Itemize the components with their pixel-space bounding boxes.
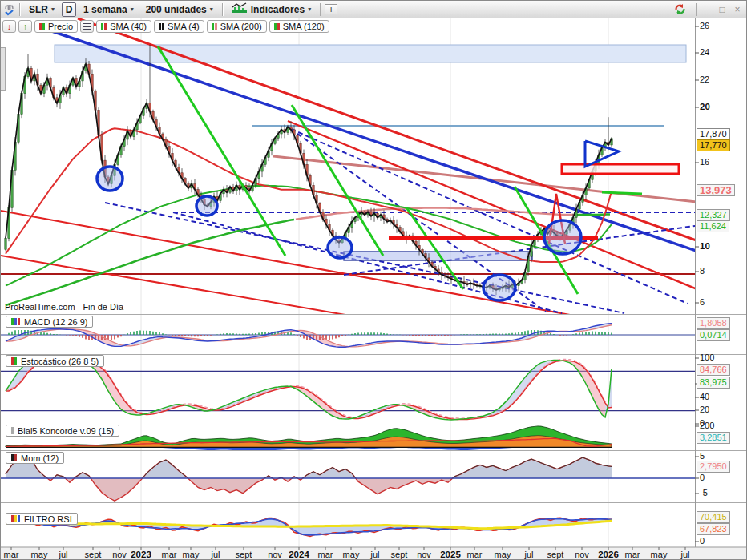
icon-bar bbox=[11, 515, 14, 522]
icon-bar bbox=[42, 23, 45, 30]
divider bbox=[320, 3, 321, 16]
sma120-label: SMA (120) bbox=[283, 22, 325, 31]
info-button[interactable]: i bbox=[325, 4, 337, 14]
momentum-icon bbox=[11, 454, 17, 461]
sma120-icon bbox=[274, 23, 280, 30]
refresh-button[interactable] bbox=[668, 2, 692, 17]
chevron-down-icon: ▾ bbox=[308, 6, 311, 13]
refresh-icon bbox=[673, 3, 687, 15]
macd-label-chip[interactable]: MACD (12 26 9) bbox=[6, 316, 93, 328]
chart-canvas[interactable] bbox=[1, 1, 747, 560]
panel-title: MACD (12 26 9) bbox=[24, 317, 87, 327]
icon-bar bbox=[39, 23, 42, 30]
icon-bar bbox=[277, 23, 280, 30]
icon-bar bbox=[11, 318, 14, 325]
icon-bar bbox=[18, 515, 20, 522]
drawing-tools-icon[interactable] bbox=[3, 2, 15, 17]
import-up-button[interactable]: ↑ bbox=[18, 20, 32, 33]
icon-bar bbox=[11, 427, 14, 434]
panel-title: Mom (12) bbox=[21, 453, 59, 463]
indicators-icon bbox=[232, 2, 248, 16]
momentum-label-chip[interactable]: Mom (12) bbox=[6, 452, 64, 464]
icon-bar bbox=[11, 454, 14, 461]
stochastic-label-chip[interactable]: Estocástico (26 8 5) bbox=[6, 355, 104, 367]
maximize-button[interactable]: □ bbox=[716, 2, 729, 18]
icon-bar bbox=[159, 23, 161, 30]
panel-title: Blai5 Koncorde v.09 (15) bbox=[18, 426, 114, 436]
info-label: i bbox=[330, 5, 332, 14]
icon-bar bbox=[14, 454, 17, 461]
timeframe-label: 1 semana bbox=[83, 4, 127, 15]
units-label: 200 unidades bbox=[146, 4, 207, 15]
sma120-legend-chip[interactable]: SMA (120) bbox=[269, 20, 329, 33]
divider bbox=[19, 3, 20, 16]
filtro-rsi-icon bbox=[11, 515, 20, 522]
sma40-icon bbox=[101, 23, 107, 30]
daily-view-label: D bbox=[66, 4, 73, 15]
indicators-menu[interactable]: Indicadores ▾ bbox=[227, 2, 316, 17]
macd-icon bbox=[11, 318, 20, 325]
koncorde-icon bbox=[11, 427, 14, 434]
chevron-down-icon: ▾ bbox=[51, 6, 55, 13]
panel-title: Estocástico (26 8 5) bbox=[21, 357, 99, 366]
symbol-selector[interactable]: SLR ▾ bbox=[24, 2, 59, 17]
chevron-down-icon: ▾ bbox=[131, 6, 134, 13]
sma4-label: SMA (4) bbox=[168, 22, 200, 31]
legend-row: ↓ ↑ Precio SMA (40) SMA (4) SMA (200) SM… bbox=[2, 20, 329, 33]
icon-bar bbox=[11, 357, 14, 365]
icon-bar bbox=[14, 515, 17, 522]
sma40-label: SMA (40) bbox=[110, 22, 147, 31]
minimize-button[interactable]: — bbox=[701, 2, 713, 18]
sma200-icon bbox=[212, 23, 217, 30]
daily-view-button[interactable]: D bbox=[62, 2, 76, 17]
list-button[interactable] bbox=[80, 20, 94, 33]
app-window: SLR ▾ D 1 semana ▾ 200 unidades ▾ bbox=[0, 0, 747, 560]
symbol-label: SLR bbox=[29, 4, 48, 15]
sma4-legend-chip[interactable]: SMA (4) bbox=[154, 20, 204, 33]
sma200-label: SMA (200) bbox=[220, 22, 262, 31]
filtro-rsi-label-chip[interactable]: FILTRO RSI bbox=[6, 513, 78, 525]
up-arrow-icon: ↑ bbox=[23, 22, 28, 31]
koncorde-label-chip[interactable]: Blai5 Koncorde v.09 (15) bbox=[6, 425, 119, 437]
panel-collapse-handle[interactable] bbox=[1, 47, 6, 91]
price-legend-chip[interactable]: Precio bbox=[34, 20, 78, 33]
price-icon bbox=[39, 23, 45, 30]
icon-bar bbox=[162, 23, 164, 30]
top-toolbar: SLR ▾ D 1 semana ▾ 200 unidades ▾ bbox=[1, 1, 746, 18]
icon-bar bbox=[215, 23, 217, 30]
icon-bar bbox=[14, 318, 17, 325]
timeframe-selector[interactable]: 1 semana ▾ bbox=[79, 2, 139, 17]
icon-bar bbox=[101, 23, 103, 30]
divider bbox=[222, 3, 223, 16]
divider bbox=[696, 3, 697, 16]
sma4-icon bbox=[159, 23, 164, 30]
price-legend-label: Precio bbox=[48, 22, 73, 31]
watermark: ProRealTime.com - Fin de Día bbox=[5, 302, 123, 312]
icon-bar bbox=[18, 318, 20, 325]
list-icon bbox=[83, 23, 91, 30]
icon-bar bbox=[104, 23, 107, 30]
icon-bar bbox=[212, 23, 214, 30]
icon-bar bbox=[274, 23, 277, 30]
units-selector[interactable]: 200 unidades ▾ bbox=[141, 2, 218, 17]
panel-title: FILTRO RSI bbox=[24, 514, 72, 524]
indicators-label: Indicadores bbox=[251, 4, 305, 15]
icon-bar bbox=[14, 357, 17, 365]
export-down-button[interactable]: ↓ bbox=[2, 20, 16, 33]
sma200-legend-chip[interactable]: SMA (200) bbox=[207, 20, 267, 33]
chevron-down-icon: ▾ bbox=[210, 6, 213, 13]
close-button[interactable]: × bbox=[731, 2, 744, 18]
down-arrow-icon: ↓ bbox=[7, 22, 12, 31]
sma40-legend-chip[interactable]: SMA (40) bbox=[96, 20, 151, 33]
stochastic-icon bbox=[11, 357, 17, 365]
